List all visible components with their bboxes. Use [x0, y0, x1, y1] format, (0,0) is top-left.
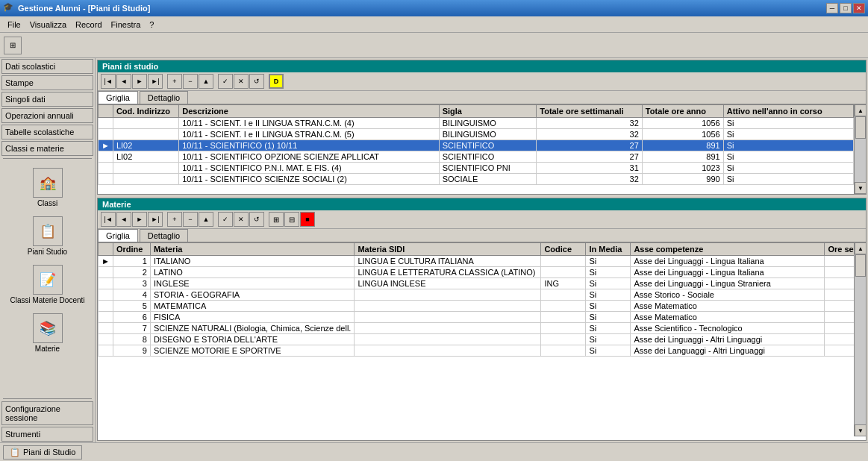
cell-ord: 9	[113, 345, 150, 357]
materie-nav-prev[interactable]: ◄	[116, 212, 131, 227]
piani-tab-dettaglio[interactable]: Dettaglio	[140, 91, 188, 104]
materie-red-button[interactable]: ■	[300, 212, 315, 227]
col-in-media: In Media	[586, 243, 631, 256]
piani-table-row[interactable]: 10/11 - SCIENTIFICO P.N.I. MAT. E FIS. (…	[99, 163, 854, 174]
cell-sigla: SOCIALE	[439, 174, 537, 185]
materie-scrollbar[interactable]: ▲ ▼	[854, 242, 866, 436]
materie-table-row[interactable]: 3 INGLESE LINGUA INGLESE ING Si Asse dei…	[99, 278, 855, 289]
materie-panel-header: Materie	[98, 198, 866, 210]
piani-refresh[interactable]: ↺	[249, 74, 264, 89]
materie-table-row[interactable]: 5 MATEMATICA Si Asse Matematico 5	[99, 301, 855, 312]
materie-tab-griglia[interactable]: Griglia	[98, 229, 138, 242]
materie-table-row[interactable]: 7 SCIENZE NATURALI (Biologia, Chimica, S…	[99, 323, 855, 334]
sidebar-item-classi[interactable]: 🏫 Classi	[0, 165, 95, 210]
piani-table-row[interactable]: ► LI02 10/11 - SCIENTIFICO (1) 10/11 SCI…	[99, 140, 854, 151]
classi-materie-docenti-icon: 📝	[33, 265, 63, 295]
sidebar-dati-scolastici[interactable]: Dati scolastici	[1, 59, 93, 74]
piani-table-row[interactable]: 10/11 - SCIENTIFICO SCIENZE SOCIALI (2) …	[99, 174, 854, 185]
row-indicator: ►	[99, 256, 113, 267]
close-button[interactable]: ✕	[853, 3, 865, 13]
materie-export1[interactable]: ⊞	[269, 212, 284, 227]
cell-media: Si	[586, 345, 631, 357]
materie-nav-first[interactable]: |◄	[101, 212, 116, 227]
materie-label: Materie	[35, 345, 60, 353]
materie-check[interactable]: ✓	[218, 212, 233, 227]
materie-add[interactable]: +	[167, 212, 182, 227]
toolbar-grid-icon[interactable]: ⊞	[4, 37, 22, 54]
cell-attivo: Si	[723, 129, 853, 140]
piani-table-row[interactable]: LI02 10/11 - SCIENTIFICO OPZIONE SCIENZE…	[99, 151, 854, 163]
materie-table-row[interactable]: 9 SCIENZE MOTORIE E SPORTIVE Si Asse dei…	[99, 345, 855, 357]
row-indicator	[99, 163, 113, 174]
sidebar-classi-materie[interactable]: Classi e materie	[1, 141, 93, 156]
cell-tot-sett: 32	[537, 118, 643, 129]
cell-codice: ING	[541, 278, 586, 289]
cell-codice	[541, 301, 586, 312]
piani-check[interactable]: ✓	[218, 74, 233, 89]
piani-scroll-down[interactable]: ▼	[855, 182, 867, 194]
piani-nav-first[interactable]: |◄	[101, 74, 116, 89]
materie-table-row[interactable]: 6 FISICA Si Asse Matematico 2	[99, 312, 855, 323]
cell-ord: 7	[113, 323, 150, 334]
sidebar-singoli-dati[interactable]: Singoli dati	[1, 92, 93, 107]
piani-nav-prev[interactable]: ◄	[116, 74, 131, 89]
materie-table-row[interactable]: ► 1 ITALIANO LINGUA E CULTURA ITALIANA S…	[99, 256, 855, 267]
cell-ore: 3	[825, 289, 854, 301]
maximize-button[interactable]: □	[840, 3, 852, 13]
materie-scroll-up[interactable]: ▲	[855, 242, 867, 254]
sidebar-configurazione-sessione[interactable]: Configurazione sessione	[1, 401, 93, 425]
sidebar-item-piani-studio[interactable]: 📋 Piani Studio	[0, 213, 95, 259]
cell-ord: 6	[113, 312, 150, 323]
sidebar-strumenti[interactable]: Strumenti	[1, 427, 93, 442]
materie-nav-last[interactable]: ►|	[148, 212, 163, 227]
piani-cross[interactable]: ✕	[234, 74, 249, 89]
piani-table-scroll[interactable]: Cod. Indirizzo Descrizione Sigla Totale …	[98, 104, 854, 194]
cell-asse: Asse Matematico	[631, 312, 825, 323]
materie-scroll-down[interactable]: ▼	[855, 424, 867, 436]
menu-finestra[interactable]: Finestra	[107, 19, 146, 31]
materie-table-row[interactable]: 4 STORIA - GEOGRAFIA Si Asse Storico - S…	[99, 289, 855, 301]
piani-nav-next[interactable]: ►	[132, 74, 147, 89]
piani-scrollbar[interactable]: ▲ ▼	[854, 104, 866, 194]
menu-file[interactable]: File	[3, 19, 25, 31]
sidebar-stampe[interactable]: Stampe	[1, 75, 93, 90]
bottom-piani-studio-tab[interactable]: 📋 Piani di Studio	[3, 445, 82, 460]
sidebar-tabelle-scolastiche[interactable]: Tabelle scolastiche	[1, 125, 93, 139]
minimize-button[interactable]: ─	[826, 3, 838, 13]
piani-scroll-up[interactable]: ▲	[855, 104, 867, 116]
cell-materia: SCIENZE NATURALI (Biologia, Chimica, Sci…	[150, 323, 355, 334]
piani-add[interactable]: +	[167, 74, 182, 89]
piani-nav-last[interactable]: ►|	[148, 74, 163, 89]
materie-delete[interactable]: −	[183, 212, 198, 227]
materie-table-row[interactable]: 2 LATINO LINGUA E LETTERATURA CLASSICA (…	[99, 267, 855, 278]
materie-table: Ordine Materia Materia SIDI Codice In Me…	[98, 242, 854, 357]
materie-up[interactable]: ▲	[199, 212, 213, 227]
menu-help[interactable]: ?	[145, 19, 158, 31]
materie-refresh[interactable]: ↺	[249, 212, 264, 227]
piani-delete[interactable]: −	[183, 74, 198, 89]
materie-table-scroll[interactable]: Ordine Materia Materia SIDI Codice In Me…	[98, 242, 854, 436]
materie-tab-dettaglio[interactable]: Dettaglio	[140, 229, 188, 242]
sidebar-operazioni-annuali[interactable]: Operazioni annuali	[1, 108, 93, 123]
menu-record[interactable]: Record	[71, 19, 106, 31]
row-indicator	[99, 278, 113, 289]
materie-tabs: Griglia Dettaglio	[98, 229, 866, 242]
sidebar-item-classi-materie-docenti[interactable]: 📝 Classi Materie Docenti	[0, 262, 95, 307]
materie-export2[interactable]: ⊟	[284, 212, 299, 227]
materie-scroll-thumb[interactable]	[855, 254, 866, 277]
piani-scroll-thumb[interactable]	[855, 116, 866, 139]
cell-materia: SCIENZE MOTORIE E SPORTIVE	[150, 345, 355, 357]
materie-cross[interactable]: ✕	[234, 212, 249, 227]
cell-codice	[541, 345, 586, 357]
materie-table-row[interactable]: 8 DISEGNO E STORIA DELL'ARTE Si Asse dei…	[99, 334, 855, 345]
materie-nav-next[interactable]: ►	[132, 212, 147, 227]
sidebar-item-materie[interactable]: 📚 Materie	[0, 310, 95, 356]
menu-visualizza[interactable]: Visualizza	[25, 19, 71, 31]
piani-up[interactable]: ▲	[199, 74, 213, 89]
cell-ore: 3	[825, 278, 854, 289]
piani-table-row[interactable]: 10/11 - SCIENT. I e II LINGUA STRAN.C.M.…	[99, 129, 854, 140]
cell-desc: 10/11 - SCIENT. I e II LINGUA STRAN.C.M.…	[179, 118, 439, 129]
piani-d-button[interactable]: D	[269, 74, 284, 89]
piani-table-row[interactable]: 10/11 - SCIENT. I e II LINGUA STRAN.C.M.…	[99, 118, 854, 129]
piani-tab-griglia[interactable]: Griglia	[98, 91, 138, 104]
